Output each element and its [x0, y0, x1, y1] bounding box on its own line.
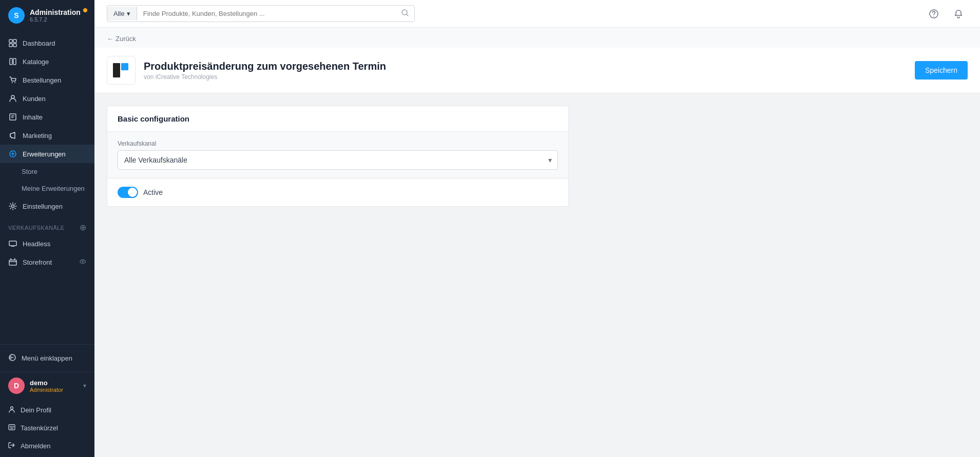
sidebar-item-headless[interactable]: Headless: [0, 234, 94, 253]
app-name: Administration: [30, 8, 86, 17]
svg-rect-32: [121, 63, 128, 70]
collapse-icon: [8, 353, 16, 363]
back-link[interactable]: ← Zurück: [107, 35, 136, 43]
svg-rect-5: [13, 58, 16, 65]
kataloge-icon: [8, 57, 17, 66]
sidebar-item-storefront[interactable]: Storefront: [0, 253, 94, 271]
user-area[interactable]: D demo Administrator ▾: [0, 372, 94, 399]
svg-rect-1: [13, 39, 16, 43]
kunden-icon: [8, 94, 17, 103]
active-toggle[interactable]: [118, 187, 138, 198]
verkaufskanal-select-wrapper: Alle Verkaufskanäle ▾: [118, 150, 558, 170]
tastenkuerzel-icon: [8, 424, 15, 432]
svg-rect-4: [10, 58, 12, 65]
sidebar: S Administration 6.5.7.2 Dashboard Katal…: [0, 0, 94, 457]
config-section-title: Basic configuration: [107, 106, 568, 132]
profil-icon: [8, 406, 15, 414]
collapse-label: Menü einklappen: [22, 354, 72, 362]
save-button[interactable]: Speichern: [915, 61, 968, 80]
bestellungen-icon: [8, 75, 17, 85]
notification-btn[interactable]: [949, 5, 968, 23]
svg-point-8: [11, 95, 14, 98]
abmelden-label: Abmelden: [21, 442, 51, 450]
sidebar-item-bestellungen[interactable]: Bestellungen: [0, 71, 94, 89]
svg-point-18: [82, 261, 84, 262]
svg-point-6: [12, 82, 13, 83]
verkaufskanal-field-row: Verkaufskanal Alle Verkaufskanäle ▾: [107, 132, 568, 178]
verkaufskanal-label: Verkaufskanal: [118, 140, 558, 147]
sidebar-header: S Administration 6.5.7.2: [0, 0, 94, 31]
active-label: Active: [143, 188, 163, 196]
search-input[interactable]: [137, 7, 396, 21]
search-filter-btn[interactable]: Alle ▾: [107, 7, 137, 21]
config-card: Basic configuration Verkaufskanal Alle V…: [107, 106, 569, 207]
plugin-info: Produktpreisänderung zum vorgesehenen Te…: [144, 61, 907, 81]
sidebar-item-kataloge[interactable]: Kataloge: [0, 52, 94, 71]
sidebar-item-einstellungen[interactable]: Einstellungen: [0, 197, 94, 215]
sidebar-title-block: Administration 6.5.7.2: [30, 8, 86, 23]
profil-label: Dein Profil: [21, 406, 51, 414]
collapse-menu-btn[interactable]: Menü einklappen: [0, 349, 94, 368]
svg-rect-9: [10, 114, 16, 120]
user-menu-abmelden[interactable]: Abmelden: [0, 437, 94, 455]
sidebar-item-kunden[interactable]: Kunden: [0, 89, 94, 108]
plugin-logo: [107, 56, 136, 85]
plugin-author: von iCreative Technologies: [144, 73, 907, 81]
status-dot: [83, 8, 87, 12]
svg-point-7: [14, 82, 15, 83]
search-btn[interactable]: [396, 6, 414, 22]
sidebar-item-dashboard-label: Dashboard: [23, 39, 55, 47]
back-arrow: ←: [107, 35, 113, 43]
sidebar-item-store[interactable]: Store: [0, 163, 94, 180]
app-logo: S: [8, 7, 25, 24]
svg-rect-31: [113, 63, 120, 77]
svg-rect-16: [9, 260, 16, 265]
sidebar-item-inhalte[interactable]: Inhalte: [0, 108, 94, 126]
topbar: Alle ▾: [94, 0, 980, 28]
erweiterungen-icon: [8, 149, 17, 158]
user-name: demo: [30, 379, 63, 387]
app-version: 6.5.7.2: [30, 16, 86, 23]
verkaufskanal-select[interactable]: Alle Verkaufskanäle: [118, 150, 558, 170]
abmelden-icon: [8, 442, 15, 450]
sidebar-item-headless-label: Headless: [23, 240, 50, 248]
dashboard-icon: [8, 38, 17, 48]
tastenkuerzel-label: Tastenkürzel: [21, 424, 58, 432]
sidebar-item-store-label: Store: [22, 168, 37, 175]
search-filter-label: Alle: [113, 10, 125, 17]
sidebar-item-einstellungen-label: Einstellungen: [23, 203, 63, 210]
sidebar-item-dashboard[interactable]: Dashboard: [0, 34, 94, 52]
sidebar-item-marketing[interactable]: Marketing: [0, 126, 94, 145]
svg-rect-2: [9, 44, 12, 47]
svg-point-13: [12, 205, 14, 208]
user-avatar: D: [8, 377, 25, 394]
storefront-eye-icon: [79, 258, 86, 267]
svg-rect-3: [13, 44, 16, 47]
main-area: Alle ▾ ← Zurück: [94, 0, 980, 457]
config-area: Basic configuration Verkaufskanal Alle V…: [94, 93, 980, 219]
verkaufskanale-label: Verkaufskanäle: [8, 225, 65, 231]
plugin-header: Produktpreisänderung zum vorgesehenen Te…: [94, 48, 980, 93]
sidebar-nav: Dashboard Kataloge Bestellungen Kunden I…: [0, 31, 94, 344]
user-menu-tastenkuerzel[interactable]: Tastenkürzel: [0, 419, 94, 437]
user-role: Administrator: [30, 387, 63, 393]
toggle-knob: [128, 188, 137, 197]
marketing-icon: [8, 131, 17, 140]
svg-rect-0: [9, 39, 12, 43]
svg-rect-25: [10, 428, 13, 429]
toggle-row: Active: [118, 187, 558, 198]
help-btn[interactable]: [925, 5, 943, 23]
svg-line-27: [407, 14, 408, 16]
sidebar-item-erweiterungen[interactable]: Erweiterungen: [0, 145, 94, 163]
svg-rect-23: [11, 426, 12, 427]
user-info: demo Administrator: [30, 379, 63, 393]
breadcrumb-bar: ← Zurück: [94, 28, 980, 48]
user-menu-profil[interactable]: Dein Profil: [0, 401, 94, 419]
sidebar-item-meine-erweiterungen[interactable]: Meine Erweiterungen: [0, 180, 94, 197]
sidebar-item-kataloge-label: Kataloge: [23, 58, 49, 66]
sidebar-item-marketing-label: Marketing: [23, 132, 52, 140]
verkaufskanale-add-btn[interactable]: ⊕: [80, 223, 87, 232]
content-area: ← Zurück Produktpreisänderung zum vorges…: [94, 28, 980, 457]
sidebar-item-storefront-label: Storefront: [23, 259, 52, 266]
back-label: Zurück: [116, 35, 136, 43]
